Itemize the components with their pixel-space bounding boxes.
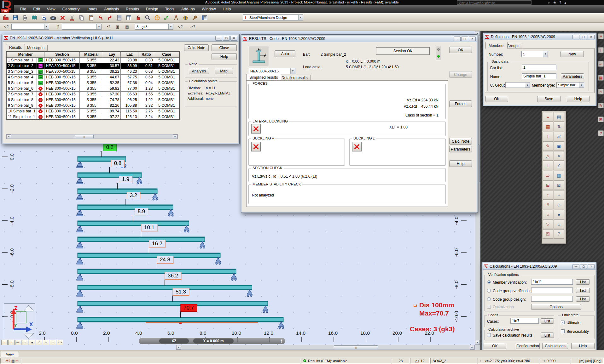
menu-edit[interactable]: Edit <box>30 6 44 13</box>
minimize-icon[interactable]: — <box>215 36 222 41</box>
point-query-icon[interactable]: ↘? <box>177 24 183 30</box>
number-icon[interactable]: # <box>543 200 553 209</box>
help-button[interactable]: Help <box>449 160 472 167</box>
member-row[interactable]: 6 Simple bar_6✕HEB 300+500x15S 35559.827… <box>6 86 179 91</box>
wave-icon[interactable]: ≈ <box>554 151 564 161</box>
tab-results[interactable]: Results <box>6 44 25 50</box>
display-toggle-icon[interactable]: 123 <box>57 340 63 345</box>
display-toggle-icon[interactable]: ▭ <box>50 340 56 345</box>
help-button[interactable]: Help <box>212 53 237 60</box>
help-button[interactable]: Help <box>571 343 595 349</box>
configuration-button[interactable]: Configuration <box>516 343 540 349</box>
archive-list-button[interactable]: List <box>541 333 554 338</box>
menu-analysis[interactable]: Analysis <box>101 6 123 13</box>
bar-list-field[interactable] <box>522 65 556 70</box>
cases-list-button[interactable]: List <box>541 318 554 324</box>
view-manager-icon[interactable]: ▣ <box>114 24 121 30</box>
close-icon[interactable]: ✕ <box>230 36 237 41</box>
favorites-star-icon[interactable]: ★ <box>553 1 556 5</box>
redo-icon[interactable] <box>106 14 114 22</box>
bar-query-icon[interactable]: ⎹? <box>53 24 60 30</box>
close-icon[interactable]: ✕ <box>469 37 476 41</box>
scroll-left-icon[interactable]: ◂ <box>176 345 181 350</box>
tab-members[interactable]: Members <box>485 42 508 48</box>
inspector-icon[interactable] <box>200 14 208 22</box>
display-toggle-icon[interactable]: N12 <box>15 340 21 345</box>
member-row[interactable]: 4 Simple bar_4OKHEB 300+500x15S 35544.87… <box>6 74 179 80</box>
hatch-icon[interactable]: ▥ <box>554 171 564 180</box>
list-button-3[interactable]: List <box>576 296 590 302</box>
design-mode-combo[interactable]: I Steel/Aluminum Design ▼ <box>243 14 303 20</box>
menu-tools[interactable]: Tools <box>162 6 178 13</box>
member-row[interactable]: 8 Simple bar_8✕HEB 300+500x15S 35574.789… <box>6 97 179 103</box>
beam[interactable] <box>77 295 268 313</box>
member-row[interactable]: 2 Simple bar_2OKHEA 300+500x15S 35530.57… <box>6 63 179 69</box>
maximize-icon[interactable]: ▢ <box>223 36 230 41</box>
change-button[interactable]: Change <box>449 71 472 78</box>
beam[interactable] <box>77 279 253 297</box>
cases-field[interactable] <box>510 318 539 324</box>
definitions-titlebar[interactable]: Definitions - EN 1993-1:2005/AC:2009 — ▢… <box>484 34 595 40</box>
code-group-verification-field[interactable] <box>531 287 573 293</box>
member-row[interactable]: 9 Simple bar_9✕HEB 300+500x15S 35582.261… <box>6 103 179 108</box>
member-verification-titlebar[interactable]: EN 1993-1:2005/AC:2009 - Member Verifica… <box>3 35 238 42</box>
table-icon[interactable]: ▦ <box>124 24 131 30</box>
node-query-icon[interactable]: •? <box>105 24 112 30</box>
ok-button[interactable]: OK <box>484 343 506 349</box>
close-icon[interactable]: ✕ <box>588 264 595 269</box>
plane-pill[interactable]: XZ <box>159 338 189 344</box>
new-button[interactable]: New <box>560 51 584 57</box>
list-button-2[interactable]: List <box>576 288 590 293</box>
buckling-z-fail-icon[interactable] <box>352 142 362 151</box>
calc-note-button[interactable]: Calc. Note <box>449 138 472 145</box>
grid-x-icon[interactable]: ⊠ <box>554 180 564 190</box>
triangle-icon[interactable]: △ <box>543 151 553 161</box>
menu-design[interactable]: Design <box>142 6 162 13</box>
member-row[interactable]: 3 Simple bar_3OKHEA 300+500x15S 35538.22… <box>6 69 179 74</box>
view-tab[interactable]: View <box>1 351 19 357</box>
member-row[interactable]: 10 Simple bar_1✕HEB 300+500x15S 35589.74… <box>6 108 179 114</box>
save-button[interactable]: Save <box>537 96 560 102</box>
forces-button[interactable]: Forces <box>449 100 472 107</box>
object-selection-combo[interactable]: ▼ <box>62 24 102 30</box>
code-group-verification-radio[interactable] <box>487 289 491 293</box>
menu-addins[interactable]: Add-Ins <box>178 6 198 13</box>
search-input[interactable] <box>457 1 531 5</box>
swap-icon[interactable]: ⇄ <box>554 132 564 141</box>
select-query-icon[interactable]: ↖? <box>3 24 9 30</box>
table-view-icon[interactable]: ▦ <box>598 75 604 81</box>
ok-button[interactable]: OK <box>449 47 472 53</box>
help-small-icon[interactable]: ? <box>598 130 604 136</box>
section-icon[interactable]: I <box>598 47 604 53</box>
display-toggle-icon[interactable]: ◉ <box>29 340 35 345</box>
tab-detailed-results[interactable]: Detailed results <box>278 75 311 81</box>
view-rotate-icon[interactable] <box>163 14 171 22</box>
scroll-right-icon[interactable]: ▸ <box>173 134 177 139</box>
chevron-up-icon[interactable]: ▴ <box>564 1 566 5</box>
bar-list-icon[interactable]: ≡ <box>598 33 604 39</box>
close-button[interactable]: Close <box>212 44 237 51</box>
pan-zoom-icon[interactable] <box>153 14 161 22</box>
lock-icon[interactable] <box>134 14 142 22</box>
frame-icon[interactable]: ⌂ <box>554 219 564 229</box>
results-titlebar[interactable]: RESULTS - Code - EN 1993-1:2005/AC:2009 … <box>242 36 477 42</box>
edit-icon[interactable]: ✎ <box>543 141 553 151</box>
map-button[interactable]: Map <box>215 68 233 74</box>
plane-icon[interactable]: ▱ <box>543 171 553 180</box>
list-button-1[interactable]: List <box>576 279 590 285</box>
display-toggle-icon[interactable]: ∠ <box>36 340 42 345</box>
table-scrollbar[interactable]: ◂ ▸ ||| <box>6 134 178 139</box>
beam[interactable] <box>77 231 205 248</box>
optimization-checkbox[interactable] <box>487 305 491 309</box>
menu-view[interactable]: View <box>44 6 59 13</box>
minimize-icon[interactable]: — <box>572 264 579 269</box>
code-group-design-radio[interactable] <box>487 297 491 301</box>
scroll-thumb[interactable]: ||| <box>334 345 378 349</box>
triangle-down-icon[interactable]: ▽ <box>543 219 553 229</box>
table-icon[interactable]: ▦ <box>543 122 553 131</box>
screen-capture-icon[interactable] <box>49 14 57 22</box>
parameters-button[interactable]: Parameters <box>561 73 584 79</box>
beam[interactable] <box>77 247 221 264</box>
search-box[interactable] <box>457 0 531 5</box>
help-icon[interactable]: ? <box>554 229 564 239</box>
